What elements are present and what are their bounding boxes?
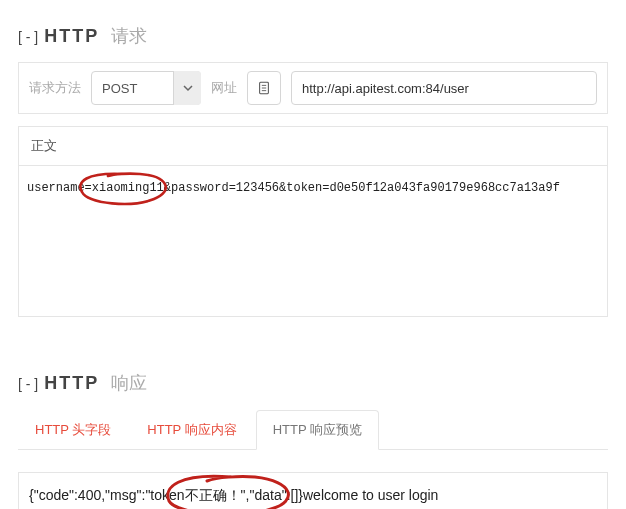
tab-content[interactable]: HTTP 响应内容 bbox=[130, 410, 253, 450]
section-subtitle: 请求 bbox=[111, 24, 147, 48]
url-label: 网址 bbox=[211, 79, 237, 97]
response-preview-panel: {"code":400,"msg":"token不正确！","data":[]}… bbox=[18, 472, 608, 509]
tab-preview[interactable]: HTTP 响应预览 bbox=[256, 410, 379, 450]
request-section-header: [ - ] HTTP 请求 bbox=[18, 24, 608, 48]
method-label: 请求方法 bbox=[29, 79, 81, 97]
request-body-panel: 正文 username=xiaoming11&password=123456&t… bbox=[18, 126, 608, 317]
url-input[interactable] bbox=[291, 71, 597, 105]
request-controls: 请求方法 网址 bbox=[18, 62, 608, 114]
section-title: HTTP bbox=[44, 373, 99, 394]
method-select[interactable] bbox=[91, 71, 201, 105]
collapse-toggle[interactable]: [ - ] bbox=[18, 29, 38, 45]
chevron-down-icon[interactable] bbox=[173, 71, 201, 105]
response-preview-text: {"code":400,"msg":"token不正确！","data":[]}… bbox=[29, 485, 597, 506]
section-title: HTTP bbox=[44, 26, 99, 47]
collapse-toggle[interactable]: [ - ] bbox=[18, 376, 38, 392]
body-heading: 正文 bbox=[19, 127, 607, 166]
section-subtitle: 响应 bbox=[111, 371, 147, 395]
tab-headers[interactable]: HTTP 头字段 bbox=[18, 410, 128, 450]
body-content[interactable]: username=xiaoming11&password=123456&toke… bbox=[27, 180, 599, 197]
response-section-header: [ - ] HTTP 响应 bbox=[18, 371, 608, 395]
response-tabs: HTTP 头字段 HTTP 响应内容 HTTP 响应预览 bbox=[18, 409, 608, 450]
document-icon bbox=[247, 71, 281, 105]
